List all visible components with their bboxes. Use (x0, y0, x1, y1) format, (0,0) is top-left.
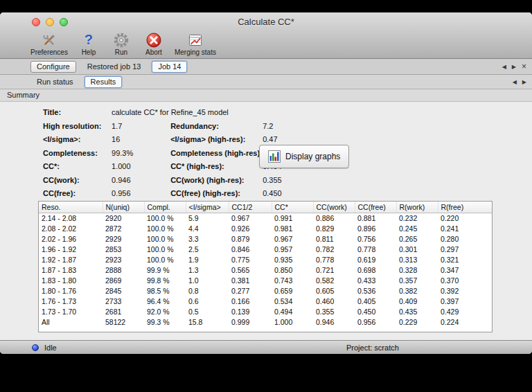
table-cell: 0.139 (229, 307, 272, 317)
toolbar-label: Help (82, 48, 96, 56)
summary-value: 0.956 (112, 187, 168, 201)
table-row[interactable]: 1.92 - 1.872923100.0 %1.90.7750.9350.778… (39, 255, 492, 265)
run-button[interactable]: Run (109, 32, 133, 56)
table-cell: 1.96 - 1.92 (39, 244, 103, 255)
tab-configure[interactable]: Configure (30, 61, 76, 73)
table-row[interactable]: 1.73 - 1.70268192.0 %0.50.1390.4940.3550… (39, 307, 492, 317)
table-cell: 0.536 (355, 286, 396, 296)
table-cell: 100.0 % (144, 234, 186, 244)
table-cell: 0.850 (272, 265, 313, 276)
minimize-button[interactable] (46, 18, 54, 26)
table-cell: 0.405 (355, 296, 396, 307)
summary-row: High resolution: 1.7 Redundancy: 7.2 (43, 120, 284, 134)
summary-value: 0.450 (263, 189, 282, 197)
table-cell: 0.999 (229, 317, 272, 328)
table-cell: 0.232 (396, 213, 438, 224)
table-cell: 0.935 (272, 255, 313, 265)
table-header-cell[interactable]: CC* (272, 202, 313, 213)
table-header-cell[interactable]: R(free) (438, 202, 492, 213)
table-row[interactable]: 2.02 - 1.962929100.0 %3.30.8790.9670.811… (39, 234, 492, 244)
summary-panel: Title: calculate CC* for Refine_45 model… (43, 106, 284, 201)
preferences-icon (41, 32, 57, 48)
table-header-cell[interactable]: CC1/2 (229, 202, 272, 213)
table-cell: 0.313 (396, 255, 438, 265)
summary-label: Title: (43, 106, 109, 120)
table-header-cell[interactable]: <I/sigma> (186, 202, 229, 213)
table-cell: 100.0 % (144, 213, 186, 224)
close-tab-icon[interactable]: × (522, 63, 526, 70)
table-cell: 100.0 % (144, 244, 186, 255)
table-header-cell[interactable]: Compl. (144, 202, 186, 213)
table-cell: 0.397 (438, 296, 492, 307)
window-chrome: Calculate CC* Preferenc (0, 12, 532, 59)
zoom-button[interactable] (60, 18, 68, 26)
table-cell: 96.4 % (144, 296, 186, 307)
summary-row: <I/sigma>: 16 <I/sigma> (high-res): 0.47 (43, 133, 284, 147)
table-cell: 0.392 (438, 286, 492, 296)
table-cell: 1.9 (186, 255, 229, 265)
table-cell: 0.721 (313, 265, 355, 276)
summary-value: calculate CC* for Refine_45 model (112, 108, 229, 116)
table-cell: 0.429 (438, 307, 492, 317)
table-cell: 0.5 (186, 307, 229, 317)
table-cell: 100.0 % (144, 224, 186, 234)
table-cell: 0.946 (313, 317, 355, 328)
summary-label: <I/sigma>: (43, 133, 109, 147)
summary-row: CC(free): 0.956 CC(free) (high-res): 0.4… (43, 187, 284, 201)
merging-stats-icon (187, 32, 204, 48)
status-led-icon (32, 344, 39, 351)
tab-run-status[interactable]: Run status (30, 76, 80, 88)
table-cell: 0.435 (396, 307, 438, 317)
close-button[interactable] (32, 18, 40, 26)
nav-right-icon[interactable]: ▶ (522, 79, 526, 85)
table-cell: 2869 (103, 276, 144, 286)
preferences-button[interactable]: Preferences (30, 32, 68, 56)
table-cell: 0.357 (396, 276, 438, 286)
table-row[interactable]: All5812299.3 %15.80.9991.0000.9460.9560.… (39, 317, 492, 328)
table-cell: 4.4 (186, 224, 229, 234)
table-cell: 0.534 (272, 296, 313, 307)
nav-left-icon[interactable]: ◀ (502, 64, 506, 70)
summary-row: CC*: 1.000 CC* (high-res): 0.494 (43, 160, 284, 174)
summary-label: CC* (high-res): (170, 160, 260, 174)
table-cell: 1.0 (186, 276, 229, 286)
table-cell: 0.775 (229, 255, 272, 265)
table-cell: 0.981 (272, 224, 313, 234)
table-header-cell[interactable]: N(uniq) (103, 202, 144, 213)
summary-label: CC*: (43, 160, 109, 174)
table-row[interactable]: 1.83 - 1.80286999.8 %1.00.3810.7430.5820… (39, 276, 492, 286)
nav-left-icon[interactable]: ◀ (513, 79, 517, 85)
summary-value: 0.47 (263, 135, 277, 143)
summary-label: Completeness (high-res): (170, 147, 260, 161)
table-cell: 2853 (103, 244, 144, 255)
tab-job-14[interactable]: Job 14 (152, 61, 187, 73)
table-cell: 5.9 (186, 213, 229, 224)
help-button[interactable]: ? Help (77, 32, 100, 56)
table-row[interactable]: 1.96 - 1.922853100.0 %2.50.8460.9570.782… (39, 244, 492, 255)
summary-title-row: Title: calculate CC* for Refine_45 model (43, 106, 284, 120)
table-row[interactable]: 1.76 - 1.73273396.4 %0.60.1660.5340.4600… (39, 296, 492, 307)
table-cell: 2733 (103, 296, 144, 307)
table-cell: 0.355 (313, 307, 355, 317)
table-header-cell[interactable]: CC(work) (313, 202, 355, 213)
table-row[interactable]: 2.08 - 2.022872100.0 %4.40.9260.9810.829… (39, 224, 492, 234)
merging-stats-button[interactable]: Merging stats (175, 32, 216, 56)
table-cell: 0.8 (186, 286, 229, 296)
display-graphs-button[interactable]: Display graphs (259, 145, 349, 168)
table-cell: 0.297 (438, 244, 492, 255)
table-cell: 0.846 (229, 244, 272, 255)
nav-right-icon[interactable]: ▶ (512, 64, 516, 70)
abort-button[interactable]: Abort (142, 32, 166, 56)
table-header-cell[interactable]: CC(free) (355, 202, 396, 213)
table-cell: 2.08 - 2.02 (39, 224, 103, 234)
table-cell: 0.328 (396, 265, 438, 276)
table-cell: 1.73 - 1.70 (39, 307, 103, 317)
table-header-cell[interactable]: Reso. (39, 202, 103, 213)
tab-results[interactable]: Results (85, 76, 123, 88)
table-row[interactable]: 1.87 - 1.83288899.9 %1.30.5650.8500.7210… (39, 265, 492, 276)
table-cell: 0.347 (438, 265, 492, 276)
table-row[interactable]: 1.80 - 1.76284598.5 %0.80.2770.6590.6050… (39, 286, 492, 296)
tab-restored-job-13[interactable]: Restored job 13 (81, 61, 148, 73)
table-row[interactable]: 2.14 - 2.082920100.0 %5.90.9670.9910.886… (39, 213, 492, 224)
table-header-cell[interactable]: R(work) (396, 202, 438, 213)
